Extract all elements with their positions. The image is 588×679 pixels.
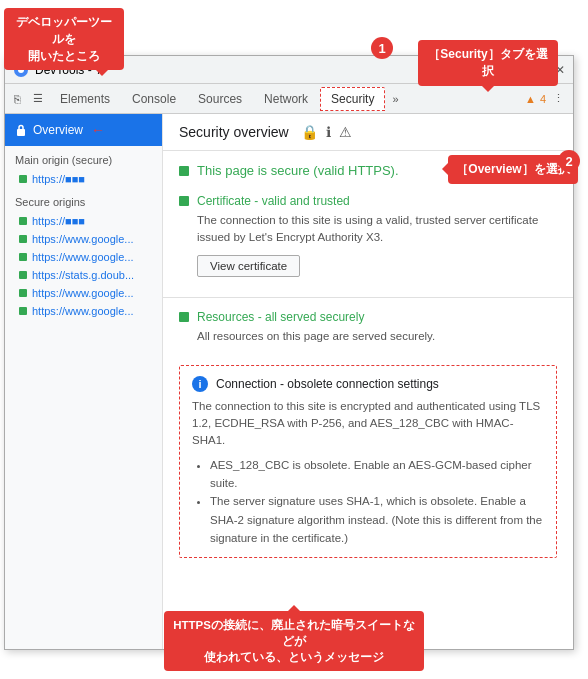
resources-section: Resources - all served securely All reso… [163,302,573,357]
devtools-window: DevTools - / ✕ ⎘ ☰ Elements Console Sour… [4,55,574,650]
origin-dot-3 [19,271,27,279]
step-circle-2: 2 [558,150,580,172]
sidebar-origin-1[interactable]: https://www.google... [5,230,162,248]
connection-box: i Connection - obsolete connection setti… [179,365,557,559]
sidebar-origin-0[interactable]: https://■■■ [5,212,162,230]
origin-url-5: https://www.google... [32,305,134,317]
connection-info-icon: i [192,376,208,392]
lock-icon [15,124,27,136]
warning-header-icon: ⚠ [339,124,352,140]
step-circle-1: 1 [371,37,393,59]
origin-url-2: https://www.google... [32,251,134,263]
secure-origins-section: Secure origins [5,188,162,212]
toolbar-warning: ▲ 4 [525,93,546,105]
warning-icon: ▲ [525,93,536,105]
tab-elements[interactable]: Elements [50,88,120,110]
cert-section: Certificate - valid and trusted The conn… [163,186,573,293]
connection-box-header: i Connection - obsolete connection setti… [192,376,544,392]
tab-network[interactable]: Network [254,88,318,110]
sidebar-origin-4[interactable]: https://www.google... [5,284,162,302]
header-icons: 🔒 ℹ ⚠ [301,124,352,140]
cert-desc: The connection to this site is using a v… [197,212,557,247]
divider-1 [163,297,573,298]
annotation-security-tab-bubble: ［Security］タブを選択 [418,40,558,86]
origin-dot-4 [19,289,27,297]
annotation-devtools-bubble: デベロッパーツールを 開いたところ [4,8,124,70]
sidebar-origin-2[interactable]: https://www.google... [5,248,162,266]
origin-url-0: https://■■■ [32,215,85,227]
secure-dot [179,166,189,176]
info-header-icon: ℹ [326,124,331,140]
origin-url-4: https://www.google... [32,287,134,299]
annotation-security-tab-text: ［Security］タブを選択 [428,47,547,78]
tab-sources[interactable]: Sources [188,88,252,110]
toolbar-menu-btn[interactable]: ⋮ [548,89,569,108]
origin-dot-1 [19,235,27,243]
resources-title-row: Resources - all served securely [179,310,557,324]
connection-list: AES_128_CBC is obsolete. Enable an AES-G… [192,456,544,548]
connection-title: Connection - obsolete connection setting… [216,377,439,391]
tab-console[interactable]: Console [122,88,186,110]
connection-bullet-1: The server signature uses SHA-1, which i… [210,492,544,547]
sidebar: Overview ← Main origin (secure) https://… [5,114,163,649]
main-origin-url: https://■■■ [32,173,85,185]
content-header: Security overview 🔒 ℹ ⚠ [163,114,573,151]
sidebar-origin-3[interactable]: https://stats.g.doub... [5,266,162,284]
origin-dot-5 [19,307,27,315]
annotation-connection-bubble: HTTPSの接続に、廃止された暗号スイートなどが 使われている、というメッセージ [164,611,424,671]
lock-header-icon: 🔒 [301,124,318,140]
view-certificate-button[interactable]: View certificate [197,255,300,277]
origin-dot-0 [19,217,27,225]
origin-dot [19,175,27,183]
more-tabs-btn[interactable]: » [387,90,403,108]
inspect-icon-btn[interactable]: ⎘ [9,90,26,108]
sidebar-origin-5[interactable]: https://www.google... [5,302,162,320]
resources-dot [179,312,189,322]
device-icon-btn[interactable]: ☰ [28,89,48,108]
cert-dot [179,196,189,206]
origin-url-1: https://www.google... [32,233,134,245]
resources-desc: All resources on this page are served se… [197,328,557,345]
cert-title-row: Certificate - valid and trusted [179,194,557,208]
main-area: Overview ← Main origin (secure) https://… [5,114,573,649]
main-origin-section: Main origin (secure) [5,146,162,170]
svg-rect-2 [17,129,25,136]
connection-bullet-0: AES_128_CBC is obsolete. Enable an AES-G… [210,456,544,493]
connection-desc: The connection to this site is encrypted… [192,398,544,450]
content-area: Security overview 🔒 ℹ ⚠ This page is sec… [163,114,573,649]
origin-dot-2 [19,253,27,261]
overview-arrow: ← [91,122,105,138]
origin-url-3: https://stats.g.doub... [32,269,134,281]
sidebar-main-origin[interactable]: https://■■■ [5,170,162,188]
secure-text: This page is secure (valid HTTPS). [197,163,399,178]
sidebar-overview-item[interactable]: Overview ← [5,114,162,146]
cert-title: Certificate - valid and trusted [197,194,350,208]
warning-count: 4 [540,93,546,105]
tab-security[interactable]: Security [320,87,385,111]
overview-label: Overview [33,123,83,137]
resources-title: Resources - all served securely [197,310,364,324]
content-title: Security overview [179,124,289,140]
